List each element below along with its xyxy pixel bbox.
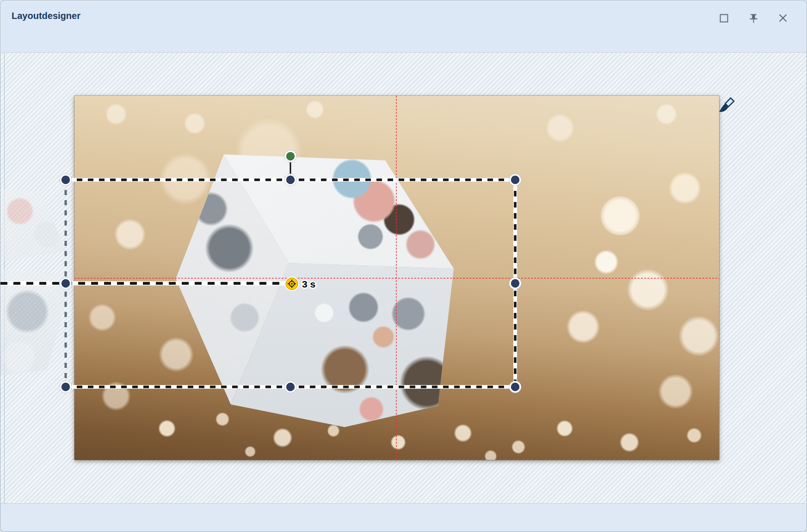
- maximize-button[interactable]: [715, 10, 732, 26]
- layout-canvas[interactable]: [74, 96, 719, 460]
- ghost-object-previous-position: [0, 269, 77, 376]
- titlebar[interactable]: Layoutdesigner: [0, 0, 807, 26]
- cube-front-face-photo[interactable]: [74, 96, 719, 460]
- resize-handle-bottom-left[interactable]: [60, 381, 72, 393]
- layoutdesigner-window: Layoutdesigner: [0, 0, 807, 532]
- pushpin-icon: [746, 11, 760, 25]
- resize-handle-top-left[interactable]: [60, 174, 72, 186]
- close-button[interactable]: [775, 10, 791, 26]
- maximize-icon: [717, 11, 731, 25]
- window-title: Layoutdesigner: [12, 11, 80, 21]
- close-icon: [776, 11, 790, 25]
- ghost-object-previous-position: [0, 183, 70, 264]
- transport-bar: 00:01.000 Live-Vorschau: [0, 503, 807, 532]
- paintbrush-icon[interactable]: [719, 98, 734, 112]
- toolbar: Zeitmarke: s: [0, 26, 807, 52]
- work-area: 3 s: [0, 52, 807, 503]
- pin-button[interactable]: [745, 10, 762, 26]
